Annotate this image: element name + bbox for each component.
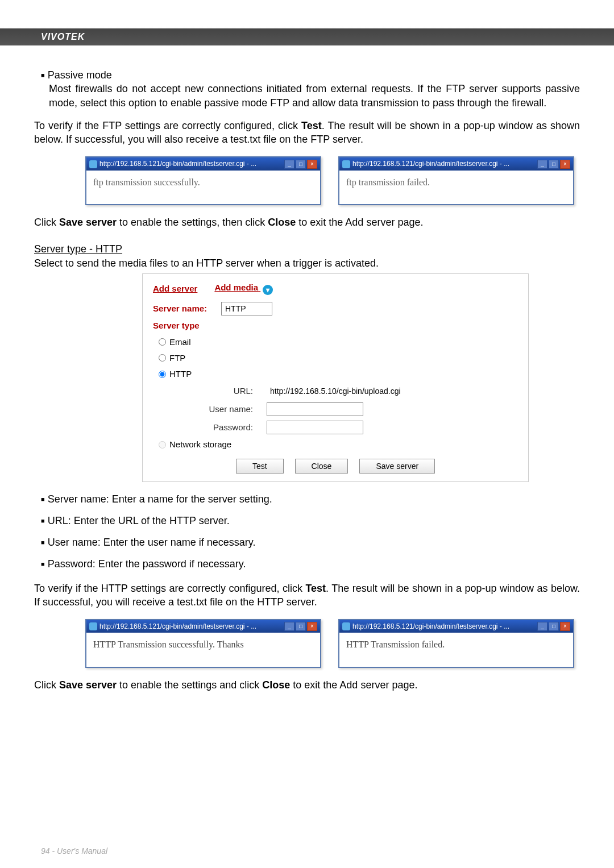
maximize-icon[interactable]: □ [296,160,306,169]
http-fail-popup: http://192.168.5.121/cgi-bin/admin/tests… [338,619,574,668]
passive-mode-bullet: ■Passive mode [41,68,580,82]
ftp-result-popups: http://192.168.5.121/cgi-bin/admin/tests… [85,156,580,205]
server-name-input[interactable] [221,302,272,315]
minimize-icon[interactable]: _ [284,160,294,169]
password-input[interactable] [267,421,363,434]
server-name-label: Server name: [153,303,221,314]
url-input[interactable] [267,384,426,398]
ie-icon [342,160,350,168]
http-verify-paragraph: To verify if the HTTP settings are corre… [34,582,580,609]
list-item: ■Password: Enter the password if necessa… [41,557,580,571]
radio-email-label: Email [169,337,191,348]
page-footer: 94 - User's Manual [41,846,107,855]
tab-add-media[interactable]: Add media ▾ [214,282,273,295]
popup-titlebar: http://192.168.5.121/cgi-bin/admin/tests… [339,157,573,170]
minimize-icon[interactable]: _ [537,160,547,169]
tab-add-server[interactable]: Add server [153,283,197,294]
popup-body-text: HTTP Transmission failed. [339,633,573,667]
square-bullet-icon: ■ [41,539,45,546]
popup-titlebar: http://192.168.5.121/cgi-bin/admin/tests… [339,620,573,633]
radio-network-storage[interactable] [159,441,166,448]
http-save-paragraph: Click Save server to enable the settings… [34,678,580,692]
ftp-save-paragraph: Click Save server to enable the settings… [34,215,580,229]
close-icon[interactable]: × [560,622,570,631]
popup-title-text: http://192.168.5.121/cgi-bin/admin/tests… [352,622,509,631]
ftp-fail-popup: http://192.168.5.121/cgi-bin/admin/tests… [338,156,574,205]
ie-icon [89,622,97,630]
server-type-label: Server type [153,320,200,331]
list-item: ■User name: Enter the user name if neces… [41,535,580,549]
square-bullet-icon: ■ [41,72,45,78]
passive-mode-body: Most firewalls do not accept new connect… [49,82,580,110]
maximize-icon[interactable]: □ [549,622,559,631]
username-label: User name: [170,404,267,415]
minimize-icon[interactable]: _ [537,622,547,631]
radio-ftp-label: FTP [169,352,185,364]
password-label: Password: [170,422,267,433]
close-icon[interactable]: × [307,622,317,631]
chevron-down-icon: ▾ [263,285,273,295]
close-button[interactable]: Close [295,459,349,474]
list-item: ■Server name: Enter a name for the serve… [41,492,580,506]
square-bullet-icon: ■ [41,496,45,502]
username-input[interactable] [267,402,363,416]
minimize-icon[interactable]: _ [284,622,294,631]
list-item: ■URL: Enter the URL of the HTTP server. [41,514,580,528]
ftp-verify-paragraph: To verify if the FTP settings are correc… [34,119,580,147]
maximize-icon[interactable]: □ [296,622,306,631]
brand-label: VIVOTEK [0,28,614,45]
http-result-popups: http://192.168.5.121/cgi-bin/admin/tests… [85,619,580,668]
radio-http[interactable] [159,371,166,378]
radio-email[interactable] [159,338,166,346]
popup-body-text: HTTP Transmission successfully. Thanks [86,633,320,667]
popup-body-text: ftp transmission successfully. [86,171,320,205]
square-bullet-icon: ■ [41,517,45,524]
test-button[interactable]: Test [236,459,284,474]
ftp-success-popup: http://192.168.5.121/cgi-bin/admin/tests… [85,156,321,205]
popup-titlebar: http://192.168.5.121/cgi-bin/admin/tests… [86,620,320,633]
popup-title-text: http://192.168.5.121/cgi-bin/admin/tests… [99,622,256,631]
add-server-panel: Add server Add media ▾ Server name: Serv… [142,273,529,481]
popup-title-text: http://192.168.5.121/cgi-bin/admin/tests… [99,159,256,168]
popup-titlebar: http://192.168.5.121/cgi-bin/admin/tests… [86,157,320,170]
http-field-bullets: ■Server name: Enter a name for the serve… [34,492,580,571]
close-icon[interactable]: × [307,160,317,169]
passive-mode-title: Passive mode [48,69,112,81]
popup-body-text: ftp transmission failed. [339,171,573,205]
radio-netstorage-label: Network storage [169,439,231,450]
url-label: URL: [170,385,267,397]
http-success-popup: http://192.168.5.121/cgi-bin/admin/tests… [85,619,321,668]
save-server-button[interactable]: Save server [359,459,435,474]
close-icon[interactable]: × [560,160,570,169]
popup-title-text: http://192.168.5.121/cgi-bin/admin/tests… [352,159,509,168]
square-bullet-icon: ■ [41,560,45,567]
ie-icon [342,622,350,630]
http-intro: Select to send the media files to an HTT… [34,256,580,270]
radio-http-label: HTTP [169,368,192,380]
http-heading: Server type - HTTP [34,242,580,256]
ie-icon [89,160,97,168]
maximize-icon[interactable]: □ [549,160,559,169]
radio-ftp[interactable] [159,354,166,362]
page-header: VIVOTEK [0,0,614,45]
